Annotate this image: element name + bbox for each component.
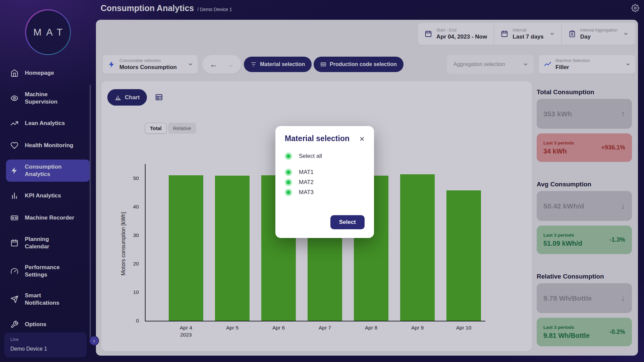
close-icon: ×: [360, 134, 365, 144]
toggle-on-icon: [285, 169, 292, 176]
option-mat1[interactable]: MAT1: [285, 169, 365, 176]
select-button[interactable]: Select: [330, 215, 365, 229]
option-mat3[interactable]: MAT3: [285, 189, 365, 196]
toggle-on-icon: [285, 153, 292, 160]
close-button[interactable]: ×: [360, 134, 365, 143]
option-select-all[interactable]: Select all: [285, 153, 365, 160]
option-mat2[interactable]: MAT2: [285, 179, 365, 186]
modal-title: Material selection: [285, 134, 350, 143]
toggle-on-icon: [285, 179, 292, 186]
material-selection-modal: Material selection × Select all MAT1 MAT…: [275, 126, 374, 238]
toggle-on-icon: [285, 189, 292, 196]
